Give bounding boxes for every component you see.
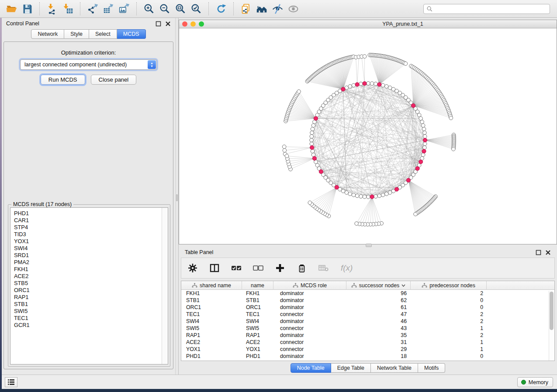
select-all-icon[interactable] <box>230 262 242 274</box>
export-image-icon[interactable] <box>116 1 132 16</box>
save-icon[interactable] <box>19 1 35 16</box>
cell-shared-name: PHD1 <box>181 353 242 360</box>
search-input[interactable] <box>432 5 547 12</box>
table-row[interactable]: FKH1FKH1dominator962 <box>181 290 554 297</box>
table-row[interactable]: RAP1RAP1dominator352 <box>181 332 554 339</box>
float-panel-icon[interactable] <box>536 250 541 255</box>
toolbar-separator <box>136 2 137 15</box>
share-document-icon[interactable] <box>238 1 254 16</box>
mcds-node-item[interactable]: RAP1 <box>14 294 162 301</box>
mcds-node-item[interactable]: GCR1 <box>14 322 162 329</box>
gear-icon[interactable] <box>187 262 199 274</box>
table-row[interactable]: PHD1PHD1dominator180 <box>181 353 554 360</box>
close-panel-icon[interactable] <box>165 21 171 27</box>
control-panel-title: Control Panel <box>6 21 39 27</box>
memory-button[interactable]: Memory <box>517 377 553 387</box>
column-header-name[interactable]: name <box>242 281 273 290</box>
cell-shared-name: YOX1 <box>181 346 242 353</box>
scrollbar-thumb[interactable] <box>550 292 554 330</box>
search-field[interactable] <box>423 4 550 14</box>
table-body: FKH1FKH1dominator962STB1STB1dominator620… <box>181 290 554 360</box>
close-panel-button[interactable]: Close panel <box>91 75 137 85</box>
tab-network[interactable]: Network <box>31 29 64 39</box>
cell-MCDS-role: connector <box>273 339 346 346</box>
hide-eye-icon[interactable] <box>270 1 285 16</box>
mcds-node-item[interactable]: FKH1 <box>14 266 162 273</box>
home-networks-icon[interactable] <box>254 1 270 16</box>
tab-edge-table[interactable]: Edge Table <box>331 363 371 373</box>
memory-status-icon <box>521 380 526 385</box>
table-row[interactable]: ACE2ACE2connector311 <box>181 339 554 346</box>
mcds-node-item[interactable]: SRD1 <box>14 252 162 259</box>
mcds-node-item[interactable]: TID3 <box>14 231 162 238</box>
cell-name: ACE2 <box>242 339 273 346</box>
cell-shared-name: RAP1 <box>181 332 242 339</box>
zoom-fit-icon[interactable] <box>173 1 188 16</box>
table-row[interactable]: STB1STB1dominator620 <box>181 297 554 304</box>
zoom-out-icon[interactable] <box>157 1 173 16</box>
refresh-icon[interactable] <box>213 1 229 16</box>
network-canvas[interactable] <box>179 28 557 244</box>
cell-successor-nodes: 47 <box>346 311 411 318</box>
mcds-node-item[interactable]: PMA2 <box>14 259 162 266</box>
table-row[interactable]: ORC1ORC1dominator610 <box>181 304 554 311</box>
float-panel-icon[interactable] <box>156 21 161 27</box>
criterion-dropdown[interactable]: largest connected component (undirected)… <box>20 59 157 70</box>
table-row[interactable]: SWI4SWI4dominator462 <box>181 318 554 325</box>
mcds-result-list[interactable]: PHD1CAR1STP4TID3YOX1SWI4SRD1PMA2FKH1ACE2… <box>10 207 168 364</box>
search-icon <box>426 6 432 12</box>
vertical-splitter[interactable] <box>175 18 179 375</box>
table-row[interactable]: TEC1TEC1connector472 <box>181 311 554 318</box>
task-history-button[interactable] <box>5 377 17 387</box>
column-header-predecessor-nodes[interactable]: predecessor nodes <box>411 281 487 290</box>
unselect-all-icon[interactable] <box>252 262 264 274</box>
mcds-node-item[interactable]: PHD1 <box>14 210 162 217</box>
export-network-icon[interactable] <box>85 1 100 16</box>
open-folder-icon[interactable] <box>3 1 19 16</box>
tab-mcds[interactable]: MCDS <box>117 29 146 39</box>
export-table-icon[interactable] <box>100 1 116 16</box>
column-header-shared-name[interactable]: shared name <box>181 281 242 290</box>
cell-successor-nodes: 96 <box>346 290 411 297</box>
function-icon: f(x) <box>339 262 359 274</box>
horizontal-splitter-handle[interactable] <box>366 244 372 247</box>
mcds-node-item[interactable]: STP4 <box>14 224 162 231</box>
tab-select[interactable]: Select <box>89 29 117 39</box>
table-row[interactable]: YOX1YOX1connector291 <box>181 346 554 353</box>
import-table-icon[interactable] <box>60 1 76 16</box>
network-graph[interactable] <box>179 28 557 244</box>
mcds-node-item[interactable]: CAR1 <box>14 217 162 224</box>
mcds-node-item[interactable]: SWI4 <box>14 245 162 252</box>
table-row[interactable]: SWI5SWI5connector431 <box>181 325 554 332</box>
show-eye-icon[interactable] <box>285 1 301 16</box>
desktop-wallpaper-bottom <box>0 389 557 392</box>
mcds-node-item[interactable]: SWI5 <box>14 308 162 315</box>
column-header-MCDS-role[interactable]: MCDS role <box>273 281 346 290</box>
tab-style[interactable]: Style <box>64 29 89 39</box>
zoom-in-icon[interactable] <box>141 1 157 16</box>
mcds-node-item[interactable]: TEC1 <box>14 315 162 322</box>
mcds-node-item[interactable]: ORC1 <box>14 287 162 294</box>
mcds-node-item[interactable]: ACE2 <box>14 273 162 280</box>
mcds-node-item[interactable]: YOX1 <box>14 238 162 245</box>
columns-icon[interactable] <box>208 262 221 274</box>
tab-motifs[interactable]: Motifs <box>418 363 445 373</box>
splitter-handle[interactable] <box>176 194 178 201</box>
mcds-list-scrollbar[interactable] <box>162 208 168 364</box>
run-mcds-button[interactable]: Run MCDS <box>41 75 85 85</box>
import-network-icon[interactable] <box>44 1 60 16</box>
tab-network-table[interactable]: Network Table <box>371 363 418 373</box>
column-header-successor-nodes[interactable]: successor nodes <box>346 281 411 290</box>
cell-MCDS-role: dominator <box>273 318 346 325</box>
delete-column-icon[interactable] <box>296 262 308 274</box>
table-scrollbar[interactable] <box>549 291 554 361</box>
mcds-node-item[interactable]: STB1 <box>14 301 162 308</box>
tab-node-table[interactable]: Node Table <box>291 363 331 373</box>
mcds-node-item[interactable]: STB5 <box>14 280 162 287</box>
add-column-icon[interactable] <box>274 262 286 274</box>
node-table[interactable]: shared namenameMCDS rolesuccessor nodesp… <box>181 281 555 361</box>
mcds-result-title: MCDS result (17 nodes) <box>11 201 73 207</box>
close-panel-icon[interactable] <box>545 250 551 255</box>
zoom-selected-icon[interactable] <box>188 1 204 16</box>
cell-MCDS-role: dominator <box>273 304 346 311</box>
